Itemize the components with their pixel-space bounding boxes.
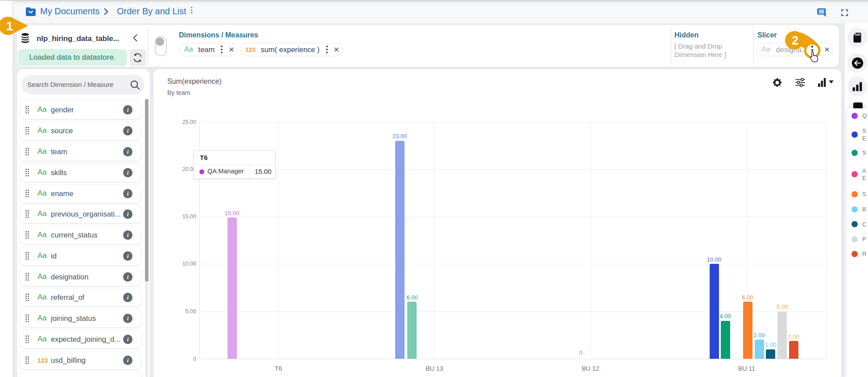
svg-text:1: 1 <box>6 19 13 33</box>
svg-text:2: 2 <box>792 34 798 47</box>
